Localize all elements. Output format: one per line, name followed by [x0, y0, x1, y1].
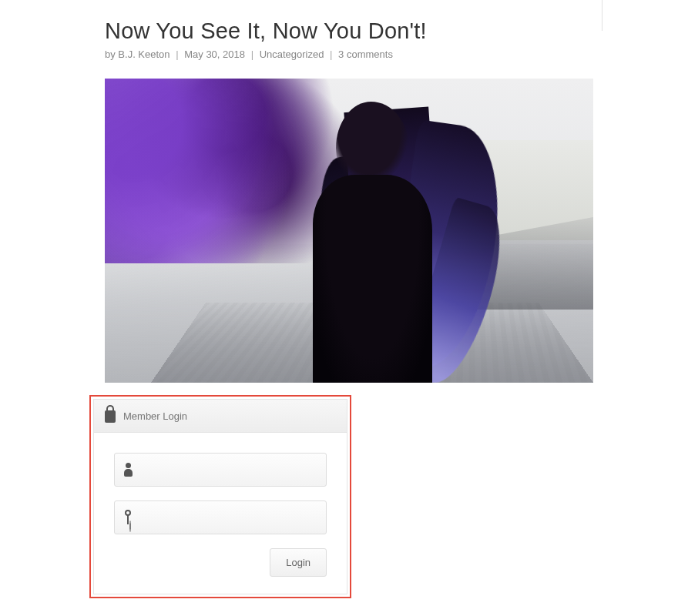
- login-actions: Login: [114, 548, 327, 577]
- lock-icon: [105, 410, 116, 423]
- meta-separator: |: [330, 49, 332, 60]
- login-widget-wrapper: Member Login Login: [89, 395, 351, 598]
- meta-separator: |: [251, 49, 253, 60]
- login-panel-body: Login: [94, 433, 347, 594]
- login-panel-title: Member Login: [123, 410, 187, 422]
- user-icon: [124, 463, 133, 477]
- username-field-wrap: [114, 453, 327, 487]
- login-panel-header: Member Login: [94, 400, 347, 433]
- login-button[interactable]: Login: [270, 548, 327, 577]
- meta-separator: |: [176, 49, 178, 60]
- username-input[interactable]: [140, 464, 317, 476]
- meta-comments-link[interactable]: 3 comments: [338, 49, 393, 60]
- key-icon: [124, 510, 132, 525]
- password-input[interactable]: [139, 511, 317, 524]
- annotation-highlight-box: Member Login Login: [89, 395, 351, 598]
- post-meta: by B.J. Keeton | May 30, 2018 | Uncatego…: [105, 49, 593, 60]
- meta-date: May 30, 2018: [184, 49, 245, 60]
- member-login-panel: Member Login Login: [93, 399, 347, 594]
- post-container: Now You See It, Now You Don't! by B.J. K…: [0, 0, 678, 616]
- page-divider: [602, 0, 602, 31]
- meta-author-link[interactable]: B.J. Keeton: [118, 49, 170, 60]
- meta-category-link[interactable]: Uncategorized: [260, 49, 324, 60]
- password-field-wrap: [114, 500, 327, 534]
- meta-by-label: by: [105, 49, 116, 60]
- featured-image: [105, 79, 593, 383]
- post-title: Now You See It, Now You Don't!: [105, 18, 593, 44]
